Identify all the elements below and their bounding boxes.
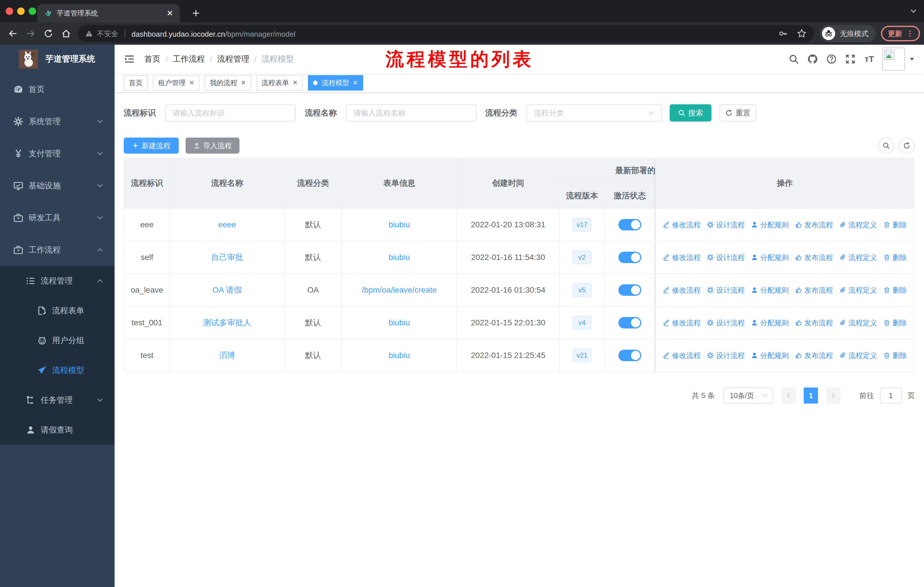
sidebar-item-devtools[interactable]: 研发工具 bbox=[0, 202, 115, 234]
window-close-button[interactable] bbox=[6, 7, 13, 15]
active-toggle[interactable] bbox=[619, 219, 641, 230]
action-assign-rule[interactable]: 分配规则 bbox=[751, 253, 789, 262]
form-link[interactable]: /bpm/oa/leave/create bbox=[362, 286, 437, 294]
action-delete[interactable]: 删除 bbox=[883, 351, 907, 360]
action-edit-process[interactable]: 修改流程 bbox=[663, 253, 701, 262]
browser-tab[interactable]: 芋道管理系统 ✕ bbox=[37, 4, 180, 22]
security-label[interactable]: 不安全 bbox=[97, 29, 118, 38]
action-delete[interactable]: 删除 bbox=[883, 220, 907, 230]
action-process-definition[interactable]: 流程定义 bbox=[839, 286, 877, 295]
model-name-link[interactable]: 测试多审批人 bbox=[203, 317, 251, 328]
sidebar-item-payment[interactable]: 支付管理 bbox=[0, 137, 115, 170]
tab-close-icon[interactable]: ✕ bbox=[167, 9, 173, 18]
avatar-dropdown-caret-icon[interactable] bbox=[909, 56, 915, 62]
action-design-process[interactable]: 设计流程 bbox=[707, 318, 745, 327]
breadcrumb-process-management[interactable]: 流程管理 bbox=[217, 54, 249, 64]
action-publish-process[interactable]: 发布流程 bbox=[795, 318, 833, 327]
version-tag[interactable]: v17 bbox=[573, 218, 591, 231]
avatar[interactable] bbox=[882, 48, 905, 71]
action-assign-rule[interactable]: 分配规则 bbox=[751, 220, 789, 230]
sidebar-item-process-model[interactable]: 流程模型 bbox=[0, 356, 115, 385]
action-edit-process[interactable]: 修改流程 bbox=[663, 220, 701, 230]
sidebar-item-process-form[interactable]: 流程表单 bbox=[0, 296, 115, 326]
page-1-button[interactable]: 1 bbox=[804, 387, 818, 403]
action-edit-process[interactable]: 修改流程 bbox=[663, 351, 701, 360]
password-key-icon[interactable] bbox=[779, 29, 788, 38]
tag-home[interactable]: 首页 bbox=[124, 75, 148, 91]
process-name-input[interactable] bbox=[346, 104, 477, 122]
import-process-button[interactable]: 导入流程 bbox=[186, 137, 239, 154]
action-process-definition[interactable]: 流程定义 bbox=[839, 253, 877, 262]
action-process-definition[interactable]: 流程定义 bbox=[839, 351, 877, 360]
header-search-icon[interactable] bbox=[784, 45, 803, 73]
breadcrumb-workflow[interactable]: 工作流程 bbox=[173, 54, 205, 64]
version-tag[interactable]: v4 bbox=[573, 316, 591, 330]
action-assign-rule[interactable]: 分配规则 bbox=[751, 318, 789, 327]
create-process-button[interactable]: 新建流程 bbox=[124, 137, 179, 154]
goto-page-input[interactable] bbox=[880, 387, 902, 403]
tag-my-flow[interactable]: 我的流程✕ bbox=[205, 75, 251, 91]
action-edit-process[interactable]: 修改流程 bbox=[663, 318, 701, 327]
action-design-process[interactable]: 设计流程 bbox=[707, 220, 745, 230]
fullscreen-icon[interactable] bbox=[841, 45, 860, 73]
help-icon[interactable] bbox=[822, 45, 841, 73]
action-publish-process[interactable]: 发布流程 bbox=[795, 253, 833, 262]
version-tag[interactable]: v21 bbox=[573, 349, 591, 362]
reset-button[interactable]: 重置 bbox=[719, 104, 756, 122]
sidebar-item-system[interactable]: 系统管理 bbox=[0, 106, 115, 137]
active-toggle[interactable] bbox=[619, 317, 641, 329]
action-process-definition[interactable]: 流程定义 bbox=[839, 220, 877, 230]
home-button[interactable] bbox=[57, 25, 75, 42]
address-bar[interactable]: 不安全 dashboard.yudao.iocoder.cn/bpm/manag… bbox=[78, 25, 814, 42]
model-name-link[interactable]: OA 请假 bbox=[213, 284, 242, 296]
bookmark-star-icon[interactable] bbox=[797, 29, 807, 38]
action-design-process[interactable]: 设计流程 bbox=[707, 286, 745, 295]
next-page-button[interactable] bbox=[826, 387, 840, 403]
page-size-select[interactable]: 10条/页 bbox=[723, 387, 773, 403]
action-delete[interactable]: 删除 bbox=[883, 318, 907, 327]
hamburger-icon[interactable] bbox=[124, 53, 135, 65]
action-assign-rule[interactable]: 分配规则 bbox=[751, 286, 789, 295]
browser-menu-icon[interactable] bbox=[906, 30, 914, 37]
version-tag[interactable]: v2 bbox=[573, 251, 591, 264]
search-button[interactable]: 搜索 bbox=[670, 104, 711, 122]
window-minimize-button[interactable] bbox=[17, 7, 25, 15]
action-publish-process[interactable]: 发布流程 bbox=[795, 220, 833, 230]
action-publish-process[interactable]: 发布流程 bbox=[795, 286, 833, 295]
tag-close-icon[interactable]: ✕ bbox=[241, 79, 246, 86]
back-button[interactable] bbox=[4, 25, 22, 42]
active-toggle[interactable] bbox=[619, 251, 641, 263]
reload-button[interactable] bbox=[40, 25, 57, 42]
process-category-select[interactable]: 流程分类 bbox=[526, 104, 662, 122]
tag-close-icon[interactable]: ✕ bbox=[353, 79, 358, 86]
sidebar-item-user-group[interactable]: 用户分组 bbox=[0, 326, 115, 356]
active-toggle[interactable] bbox=[619, 350, 641, 361]
form-link[interactable]: biubiu bbox=[389, 220, 410, 229]
sidebar-item-workflow[interactable]: 工作流程 bbox=[0, 234, 115, 266]
action-edit-process[interactable]: 修改流程 bbox=[663, 286, 701, 295]
action-publish-process[interactable]: 发布流程 bbox=[795, 351, 833, 360]
action-design-process[interactable]: 设计流程 bbox=[707, 253, 745, 262]
tag-tenant[interactable]: 租户管理✕ bbox=[153, 75, 200, 91]
action-process-definition[interactable]: 流程定义 bbox=[839, 318, 877, 327]
tag-close-icon[interactable]: ✕ bbox=[292, 79, 298, 86]
model-name-link[interactable]: eeee bbox=[218, 220, 236, 229]
action-delete[interactable]: 删除 bbox=[883, 253, 907, 262]
sidebar-item-infra[interactable]: 基础设施 bbox=[0, 170, 115, 202]
sidebar-item-leave-query[interactable]: 请假查询 bbox=[0, 415, 115, 445]
window-zoom-button[interactable] bbox=[29, 7, 36, 15]
sidebar-item-home[interactable]: 首页 bbox=[0, 73, 115, 106]
model-name-link[interactable]: 滔博 bbox=[219, 350, 235, 361]
version-tag[interactable]: v5 bbox=[573, 283, 591, 297]
font-size-icon[interactable]: тT bbox=[860, 45, 879, 73]
tag-process-model[interactable]: 流程模型✕ bbox=[308, 75, 363, 91]
sidebar-item-process-management[interactable]: 流程管理 bbox=[0, 266, 115, 296]
model-name-link[interactable]: 自己审批 bbox=[211, 252, 243, 263]
action-design-process[interactable]: 设计流程 bbox=[707, 351, 745, 360]
action-delete[interactable]: 删除 bbox=[883, 286, 907, 295]
active-toggle[interactable] bbox=[619, 284, 641, 296]
prev-page-button[interactable] bbox=[781, 387, 796, 403]
chrome-update-button[interactable]: 更新 bbox=[881, 26, 920, 41]
process-id-input[interactable] bbox=[165, 104, 295, 122]
new-tab-button[interactable] bbox=[187, 5, 205, 22]
